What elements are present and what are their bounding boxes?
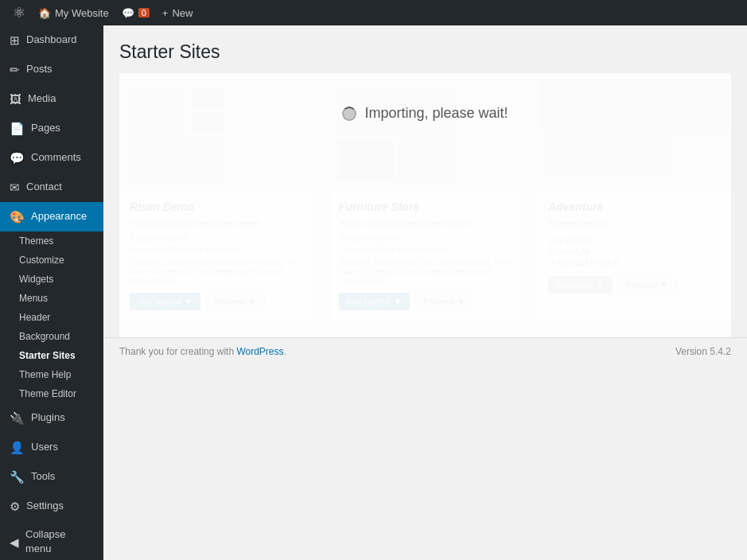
sidebar-label-tools: Tools bbox=[31, 469, 55, 484]
appearance-icon: 🎨 bbox=[10, 208, 25, 225]
submenu-label-menus: Menus bbox=[19, 293, 48, 304]
footer-thank-you: Thank you for creating with bbox=[119, 346, 236, 357]
dashboard-icon: ⊞ bbox=[10, 32, 20, 49]
media-icon: 🖼 bbox=[10, 91, 21, 107]
sidebar-item-pages[interactable]: 📄 Pages bbox=[0, 114, 103, 143]
site-name-item[interactable]: 🏠 My Website bbox=[32, 0, 115, 25]
importing-message: Importing, please wait! bbox=[342, 105, 508, 122]
submenu-background[interactable]: Background bbox=[0, 327, 103, 346]
sidebar-label-pages: Pages bbox=[31, 121, 60, 135]
sidebar-label-contact: Contact bbox=[26, 180, 62, 194]
site-name-label: My Website bbox=[55, 7, 109, 19]
submenu-themes[interactable]: Themes bbox=[0, 231, 103, 251]
comments-icon: 💬 bbox=[122, 7, 134, 19]
submenu-label-background: Background bbox=[19, 331, 70, 342]
submenu-customize[interactable]: Customize bbox=[0, 251, 103, 270]
contact-icon: ✉ bbox=[10, 179, 20, 196]
sidebar-item-plugins[interactable]: 🔌 Plugins bbox=[0, 403, 103, 433]
settings-icon: ⚙ bbox=[10, 498, 20, 515]
submenu-label-header: Header bbox=[19, 312, 50, 323]
collapse-icon: ◀ bbox=[10, 534, 19, 550]
admin-bar: ⚛ 🏠 My Website 💬 0 + New bbox=[0, 0, 747, 25]
submenu-theme-editor[interactable]: Theme Editor bbox=[0, 384, 103, 403]
sidebar-item-collapse[interactable]: ◀ Collapse menu bbox=[0, 521, 103, 560]
posts-icon: ✏ bbox=[10, 61, 20, 78]
submenu-menus[interactable]: Menus bbox=[0, 289, 103, 308]
main-content: Starter Sites Risen Demo Please first lo… bbox=[103, 25, 747, 560]
sidebar-item-users[interactable]: 👤 Users bbox=[0, 433, 103, 462]
sidebar-label-comments: Comments bbox=[31, 150, 81, 165]
wp-logo-item[interactable]: ⚛ bbox=[6, 0, 32, 25]
sidebar-item-media[interactable]: 🖼 Media bbox=[0, 84, 103, 114]
importing-overlay: Importing, please wait! bbox=[119, 73, 731, 337]
sidebar-label-users: Users bbox=[31, 440, 58, 454]
plugins-icon: 🔌 bbox=[10, 410, 25, 426]
sidebar: ⊞ Dashboard ✏ Posts 🖼 Media 📄 Pages 💬 Co… bbox=[0, 25, 103, 560]
submenu-label-customize: Customize bbox=[19, 255, 64, 266]
submenu-label-theme-help: Theme Help bbox=[19, 369, 71, 380]
users-icon: 👤 bbox=[10, 439, 25, 456]
footer-version: Version 5.4.2 bbox=[675, 346, 731, 357]
submenu-starter-sites[interactable]: Starter Sites bbox=[0, 346, 103, 365]
pages-icon: 📄 bbox=[10, 120, 25, 137]
submenu-header[interactable]: Header bbox=[0, 308, 103, 327]
wordpress-link[interactable]: WordPress bbox=[236, 346, 283, 357]
comments-sidebar-icon: 💬 bbox=[10, 150, 25, 166]
sidebar-item-contact[interactable]: ✉ Contact bbox=[0, 173, 103, 202]
sidebar-label-dashboard: Dashboard bbox=[26, 33, 77, 47]
sidebar-item-comments[interactable]: 💬 Comments bbox=[0, 143, 103, 173]
sidebar-label-posts: Posts bbox=[26, 62, 53, 76]
sidebar-label-settings: Settings bbox=[26, 499, 64, 513]
submenu-widgets[interactable]: Widgets bbox=[0, 270, 103, 289]
submenu-label-themes: Themes bbox=[19, 235, 53, 247]
page-title: Starter Sites bbox=[119, 41, 731, 63]
sidebar-label-plugins: Plugins bbox=[31, 410, 65, 425]
footer-text: Thank you for creating with WordPress. bbox=[119, 346, 286, 357]
new-item[interactable]: + New bbox=[156, 0, 200, 25]
sidebar-label-appearance: Appearance bbox=[31, 209, 87, 224]
comment-count: 0 bbox=[138, 8, 150, 18]
sidebar-item-tools[interactable]: 🔧 Tools bbox=[0, 462, 103, 492]
sidebar-label-collapse: Collapse menu bbox=[25, 527, 94, 556]
sidebar-item-appearance[interactable]: 🎨 Appearance bbox=[0, 202, 103, 231]
footer: Thank you for creating with WordPress. V… bbox=[103, 337, 747, 365]
submenu-label-widgets: Widgets bbox=[19, 274, 53, 285]
importing-text: Importing, please wait! bbox=[364, 105, 508, 122]
wp-logo-icon: ⚛ bbox=[13, 4, 25, 21]
submenu-theme-help[interactable]: Theme Help bbox=[0, 365, 103, 384]
home-icon: 🏠 bbox=[38, 7, 51, 19]
new-label: New bbox=[172, 7, 193, 19]
comments-item[interactable]: 💬 0 bbox=[115, 0, 156, 25]
submenu-label-theme-editor: Theme Editor bbox=[19, 388, 76, 399]
tools-icon: 🔧 bbox=[10, 469, 25, 485]
sidebar-item-settings[interactable]: ⚙ Settings bbox=[0, 492, 103, 521]
sidebar-item-posts[interactable]: ✏ Posts bbox=[0, 55, 103, 84]
sidebar-item-dashboard[interactable]: ⊞ Dashboard bbox=[0, 25, 103, 55]
submenu-label-starter-sites: Starter Sites bbox=[19, 350, 76, 361]
plus-icon: + bbox=[162, 7, 169, 19]
importing-spinner bbox=[342, 107, 356, 121]
sidebar-label-media: Media bbox=[28, 91, 56, 106]
